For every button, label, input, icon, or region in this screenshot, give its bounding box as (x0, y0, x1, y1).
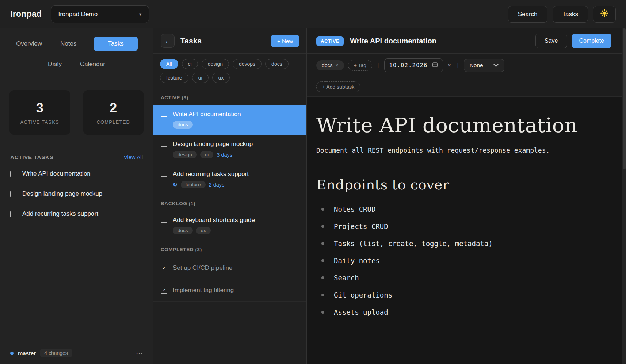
document-h2: Endpoints to cover (316, 177, 611, 193)
list-item[interactable]: Write API documentation (10, 164, 143, 184)
back-button[interactable]: ← (161, 34, 175, 48)
due-date-input[interactable]: 10.02.2026 (384, 58, 443, 72)
due-badge: 2 days (209, 182, 225, 188)
list-item[interactable]: Design landing page mockup (10, 184, 143, 204)
filter-chip-design[interactable]: design (202, 59, 229, 69)
task-title: Implement tag filtering (173, 287, 234, 294)
detail-meta-row: docs × + Tag | 10.02.2026 (307, 54, 626, 77)
branch-dot-icon (10, 352, 14, 355)
stats-cards: 3 ACTIVE TASKS 2 COMPLETED (0, 80, 153, 145)
task-checkbox[interactable] (10, 171, 16, 177)
filter-chip-ui[interactable]: ui (192, 73, 209, 83)
bullet-icon (321, 311, 324, 314)
tag-chip-docs[interactable]: docs × (316, 60, 344, 70)
tasks-button[interactable]: Tasks (553, 6, 588, 23)
bullet-text: Search (334, 274, 359, 282)
task-checkbox[interactable] (10, 191, 16, 197)
task-content: Implement tag filtering (173, 287, 234, 294)
view-all-link[interactable]: View All (124, 154, 143, 160)
task-checkbox[interactable] (161, 176, 167, 183)
sidebar-tabs: Overview Notes Tasks Daily Calendar (0, 28, 153, 80)
task-checkbox[interactable] (161, 222, 167, 229)
task-content: Set up CI/CD pipeline (173, 264, 232, 272)
filter-chip-devops[interactable]: devops (233, 59, 262, 69)
bullet-text: Projects CRUD (334, 222, 388, 230)
task-row-completed[interactable]: ✓ Implement tag filtering (153, 279, 306, 302)
task-checkbox-checked[interactable]: ✓ (161, 265, 167, 271)
bullet-icon (321, 242, 324, 245)
detail-header: ACTIVE Write API documentation Save Comp… (307, 28, 626, 54)
sidebar-tab-notes[interactable]: Notes (60, 38, 77, 50)
app-root: Ironpad Ironpad Demo ▼ Search Tasks (0, 0, 626, 364)
task-label: Add recurring tasks support (22, 210, 98, 218)
task-row-selected[interactable]: Write API documentation docs (153, 105, 306, 135)
bullet-text: Daily notes (334, 257, 380, 265)
task-row[interactable]: Design landing page mockup design ui 3 d… (153, 135, 306, 165)
list-item: Daily notes (316, 257, 611, 265)
task-content: Design landing page mockup design ui 3 d… (173, 141, 253, 158)
tag-filter-bar: All ci design devops docs feature ui ux (153, 54, 306, 89)
task-row[interactable]: Add recurring tasks support ↻ feature 2 … (153, 165, 306, 195)
stat-label: ACTIVE TASKS (20, 119, 59, 125)
task-title: Add keyboard shortcuts guide (173, 217, 255, 224)
list-item[interactable]: Add recurring tasks support (10, 204, 143, 224)
calendar-icon[interactable] (432, 62, 438, 69)
list-item: Search (316, 274, 611, 282)
active-tasks-header: ACTIVE TASKS View All (10, 154, 143, 160)
task-checkbox-checked[interactable]: ✓ (161, 287, 167, 294)
filter-chip-ux[interactable]: ux (212, 73, 230, 83)
new-task-button[interactable]: + New (271, 35, 299, 47)
project-select[interactable]: Ironpad Demo ▼ (51, 5, 149, 23)
filter-chip-ci[interactable]: ci (182, 59, 198, 69)
sidebar-tab-tasks[interactable]: Tasks (94, 37, 137, 51)
tag-chip: docs (173, 227, 193, 234)
save-button[interactable]: Save (535, 34, 567, 48)
remove-tag-icon[interactable]: × (336, 62, 339, 68)
sidebar-tab-calendar[interactable]: Calendar (79, 58, 106, 70)
vertical-scrollbar[interactable] (622, 28, 626, 364)
section-header-active: ACTIVE (3) (153, 89, 306, 105)
ellipsis-menu-icon[interactable]: ⋯ (136, 349, 143, 357)
changes-badge[interactable]: 4 changes (40, 349, 72, 357)
task-title: Add recurring tasks support (173, 170, 249, 178)
topbar: Ironpad Ironpad Demo ▼ Search Tasks (0, 0, 626, 28)
task-checkbox[interactable] (10, 211, 16, 217)
filter-chip-feature[interactable]: feature (160, 73, 188, 83)
task-content: Add keyboard shortcuts guide docs ux (173, 217, 255, 234)
task-title: Design landing page mockup (173, 141, 253, 148)
document-description: Document all REST endpoints with request… (316, 146, 611, 154)
due-date-value: 10.02.2026 (389, 62, 428, 69)
sidebar-tab-daily[interactable]: Daily (47, 58, 62, 70)
sidebar-tab-overview[interactable]: Overview (15, 38, 43, 50)
theme-toggle-button[interactable] (593, 6, 616, 23)
bullet-icon (321, 294, 324, 296)
task-checkbox[interactable] (161, 146, 167, 153)
task-row-completed[interactable]: ✓ Set up CI/CD pipeline (153, 257, 306, 279)
task-title: Write API documentation (173, 111, 241, 118)
filter-chip-all[interactable]: All (160, 59, 178, 69)
add-tag-button[interactable]: + Tag (348, 60, 372, 71)
complete-button[interactable]: Complete (572, 34, 611, 48)
search-button[interactable]: Search (508, 6, 547, 23)
meta-divider: | (377, 62, 379, 69)
due-badge: 3 days (217, 152, 232, 158)
priority-select[interactable]: None (464, 59, 504, 72)
add-subtask-button[interactable]: + Add subtask (316, 81, 360, 92)
tasks-panel-header: ← Tasks + New (153, 28, 306, 54)
filter-chip-docs[interactable]: docs (265, 59, 289, 69)
bullet-text: Assets upload (334, 308, 388, 316)
tag-chip: ux (196, 227, 211, 234)
clear-date-button[interactable]: × (447, 62, 452, 69)
scrollbar-thumb[interactable] (623, 28, 626, 169)
list-item: Notes CRUD (316, 205, 611, 213)
task-checkbox[interactable] (161, 116, 167, 123)
caret-down-icon: ▼ (138, 12, 142, 16)
task-meta: docs ux (173, 227, 255, 234)
task-content: Write API documentation docs (173, 111, 241, 129)
tasks-panel: ← Tasks + New All ci design devops docs … (153, 28, 307, 364)
main-layout: Overview Notes Tasks Daily Calendar 3 AC… (0, 28, 626, 364)
tag-chip: ui (200, 151, 214, 158)
document-content[interactable]: Write API documentation Document all RES… (307, 97, 626, 364)
task-row[interactable]: Add keyboard shortcuts guide docs ux (153, 211, 306, 241)
stat-label: COMPLETED (96, 119, 130, 125)
